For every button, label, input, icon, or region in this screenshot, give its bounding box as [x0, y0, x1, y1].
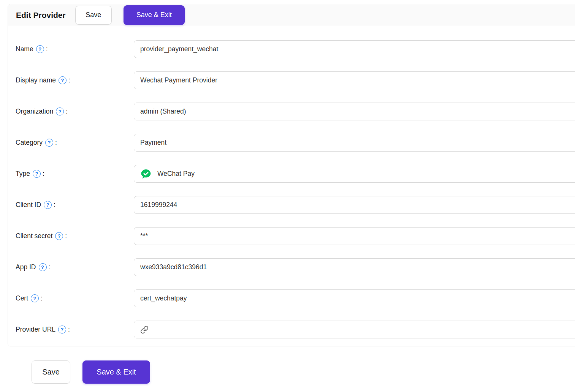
field-value: 1619999244 [140, 201, 177, 209]
field-input[interactable]: *** [134, 227, 575, 245]
field-input[interactable]: provider_payment_wechat [134, 40, 575, 58]
save-and-exit-button-bottom[interactable]: Save & Exit [82, 360, 150, 384]
field-label: Client ID [16, 201, 41, 209]
label-colon: : [41, 294, 43, 302]
save-and-exit-button[interactable]: Save & Exit [124, 5, 185, 25]
label-colon: : [46, 45, 48, 53]
help-icon[interactable]: ? [44, 201, 52, 209]
form-row-client-secret: Client secret ? : *** [8, 227, 575, 245]
page-title: Edit Provider [16, 11, 66, 20]
field-label: Provider URL [16, 326, 55, 334]
help-icon[interactable]: ? [56, 107, 64, 115]
form-row-provider-url: Provider URL ? : [8, 321, 575, 338]
form-row-name: Name ? : provider_payment_wechat [8, 40, 575, 58]
field-value: cert_wechatpay [140, 294, 187, 302]
help-icon[interactable]: ? [31, 294, 39, 302]
help-icon[interactable]: ? [39, 263, 47, 271]
field-label: App ID [16, 263, 36, 271]
label-colon: : [65, 232, 67, 240]
save-button[interactable]: Save [75, 6, 112, 25]
field-input[interactable]: WeChat Pay [134, 165, 575, 183]
label-colon: : [68, 76, 70, 84]
help-icon[interactable]: ? [33, 170, 41, 178]
field-label: Display name [16, 76, 56, 84]
save-button-bottom[interactable]: Save [32, 360, 70, 384]
field-value: Wechat Payment Provider [140, 76, 217, 84]
label-colon: : [66, 107, 68, 115]
field-label: Name [16, 45, 33, 53]
link-icon [140, 326, 149, 334]
help-icon[interactable]: ? [45, 139, 53, 147]
label-colon: : [54, 201, 55, 209]
form-row-display-name: Display name ? : Wechat Payment Provider [8, 71, 575, 89]
field-input[interactable]: 1619999244 [134, 196, 575, 214]
label-colon: : [68, 326, 70, 334]
card-header: Edit Provider Save Save & Exit [8, 4, 575, 26]
form-row-cert: Cert ? : cert_wechatpay [8, 289, 575, 307]
field-value: WeChat Pay [157, 170, 195, 178]
form-row-organization: Organization ? : admin (Shared) [8, 103, 575, 120]
field-input[interactable]: wxe933a9cd81c396d1 [134, 258, 575, 276]
edit-provider-card: Edit Provider Save Save & Exit Name ? : [8, 4, 575, 346]
field-label: Cert [16, 294, 28, 302]
field-value: Payment [140, 139, 166, 147]
form-row-app-id: App ID ? : wxe933a9cd81c396d1 [8, 258, 575, 276]
field-label: Type [16, 170, 30, 178]
field-value: wxe933a9cd81c396d1 [140, 263, 207, 271]
help-icon[interactable]: ? [59, 76, 67, 84]
label-colon: : [43, 170, 44, 178]
field-input[interactable]: Wechat Payment Provider [134, 71, 575, 89]
field-input[interactable]: admin (Shared) [134, 103, 575, 120]
help-icon[interactable]: ? [55, 232, 63, 240]
footer-actions: Save Save & Exit [32, 360, 150, 384]
field-value: admin (Shared) [140, 107, 186, 115]
field-value: *** [140, 232, 148, 240]
form-row-type: Type ? : WeChat Pay [8, 165, 575, 183]
label-colon: : [55, 139, 57, 147]
field-label: Client secret [16, 232, 52, 240]
label-colon: : [49, 263, 51, 271]
field-input[interactable] [134, 321, 575, 338]
help-icon[interactable]: ? [36, 45, 44, 53]
form-row-client-id: Client ID ? : 1619999244 [8, 196, 575, 214]
wechat-pay-icon [140, 168, 152, 180]
provider-form: Name ? : provider_payment_wechat Display [8, 26, 575, 346]
field-input[interactable]: cert_wechatpay [134, 289, 575, 307]
field-label: Category [16, 139, 43, 147]
field-input[interactable]: Payment [134, 134, 575, 152]
form-row-category: Category ? : Payment [8, 134, 575, 152]
help-icon[interactable]: ? [58, 326, 66, 334]
field-value: provider_payment_wechat [140, 45, 218, 53]
field-label: Organization [16, 107, 53, 115]
